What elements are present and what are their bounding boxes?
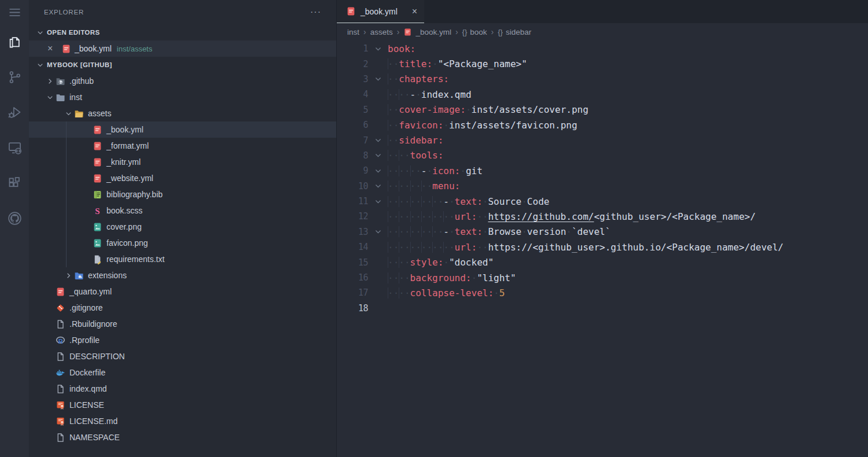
fold-chevron-icon[interactable] xyxy=(368,45,388,53)
breadcrumb-item[interactable]: _book.yml xyxy=(403,28,451,36)
code-line[interactable]: 17····collapse-level:·5 xyxy=(337,285,868,300)
code-line[interactable]: 4····-·index.qmd xyxy=(337,87,868,102)
extensions-icon[interactable] xyxy=(0,165,29,201)
run-debug-icon[interactable] xyxy=(0,95,29,130)
tree-item[interactable]: inst xyxy=(29,89,336,105)
explorer-sidebar: EXPLORER ··· OPEN EDITORS × _book.yml in… xyxy=(29,0,337,457)
workspace-label: MYBOOK [GITHUB] xyxy=(47,61,112,68)
code-token: icon: xyxy=(432,165,460,176)
code-line[interactable]: 7··sidebar: xyxy=(337,132,868,148)
breadcrumb-item[interactable]: {}sidebar xyxy=(498,28,531,36)
code-line[interactable]: 18 xyxy=(337,301,868,316)
explorer-icon[interactable] xyxy=(0,24,29,60)
code-token: · xyxy=(494,288,499,298)
code-token: "docked" xyxy=(449,257,494,268)
line-number: 6 xyxy=(337,120,368,130)
code-line[interactable]: 3··chapters: xyxy=(337,72,868,87)
code-line[interactable]: 12············url:··https://github.com/<… xyxy=(337,209,868,224)
code-editor[interactable]: 1book:2··title:·"<Package_name>"3··chapt… xyxy=(337,40,868,457)
code-line[interactable]: 15····style:·"docked" xyxy=(337,255,868,270)
tree-item[interactable]: index.qmd xyxy=(29,381,336,397)
code-token: collapse-level: xyxy=(410,288,494,298)
code-token: · xyxy=(566,226,572,237)
more-actions-icon[interactable]: ··· xyxy=(310,9,321,15)
breadcrumb-item[interactable]: {}book xyxy=(462,28,487,36)
tree-item[interactable]: Sbook.scss xyxy=(29,202,336,219)
code-token: Source xyxy=(488,196,521,207)
breadcrumb-item[interactable]: inst xyxy=(347,28,359,36)
menu-icon[interactable] xyxy=(0,0,29,24)
code-text: book: xyxy=(388,43,415,54)
tab-label: _book.yml xyxy=(361,7,398,16)
fold-chevron-icon[interactable] xyxy=(368,182,388,190)
tree-item-label: favicon.png xyxy=(106,238,148,248)
code-line[interactable]: 10········menu: xyxy=(337,179,868,194)
line-number: 17 xyxy=(337,288,368,298)
tree-item[interactable]: _format.yml xyxy=(29,138,336,154)
code-line[interactable]: 8····tools: xyxy=(337,148,868,163)
open-editors-section[interactable]: OPEN EDITORS xyxy=(29,24,336,40)
yaml-icon xyxy=(93,157,102,167)
tree-item[interactable]: _website.yml xyxy=(29,170,336,186)
code-text: ··title:·"<Package_name>" xyxy=(388,58,527,69)
code-link[interactable]: https://github.com/ xyxy=(488,211,594,222)
tree-item[interactable]: .Rbuildignore xyxy=(29,316,336,332)
tree-item[interactable]: .github xyxy=(29,73,336,89)
source-control-icon[interactable] xyxy=(0,60,29,95)
tree-item[interactable]: LICENSE xyxy=(29,397,336,413)
tree-item[interactable]: requirements.txt xyxy=(29,251,336,267)
tree-item[interactable]: extensions xyxy=(29,267,336,283)
fold-chevron-icon[interactable] xyxy=(368,152,388,159)
chevron-down-icon[interactable] xyxy=(62,109,74,118)
close-icon[interactable]: × xyxy=(411,6,418,17)
code-line[interactable]: 14············url:··https://<github_user… xyxy=(337,239,868,255)
remote-explorer-icon[interactable] xyxy=(0,130,29,165)
tree-item[interactable]: .gitignore xyxy=(29,300,336,316)
code-text: ····tools: xyxy=(388,150,443,161)
tab-book-yml[interactable]: _book.yml × xyxy=(337,0,424,23)
tree-item[interactable]: DESCRIPTION xyxy=(29,348,336,364)
tree-item[interactable]: LICENSE.md xyxy=(29,413,336,429)
code-text: ··········-·text:·Source·Code xyxy=(388,196,549,207)
fold-chevron-icon[interactable] xyxy=(368,167,388,175)
code-line[interactable]: 1book: xyxy=(337,41,868,56)
fold-chevron-icon[interactable] xyxy=(368,137,388,144)
tree-item[interactable]: assets xyxy=(29,105,336,121)
chevron-right-icon[interactable] xyxy=(44,77,56,86)
code-token: menu: xyxy=(432,180,460,191)
code-text: ····style:·"docked" xyxy=(388,257,494,268)
code-token: title: xyxy=(399,58,432,69)
tree-item[interactable]: bibliography.bib xyxy=(29,186,336,202)
code-line[interactable]: 11··········-·text:·Source·Code xyxy=(337,194,868,209)
line-number: 13 xyxy=(337,227,368,237)
tree-item[interactable]: R.Rprofile xyxy=(29,332,336,348)
tree-item[interactable]: favicon.png xyxy=(29,235,336,251)
code-line[interactable]: 13··········-·text:·Browse·version·`deve… xyxy=(337,224,868,239)
code-token: sidebar: xyxy=(399,135,443,146)
tree-item[interactable]: Dockerfile xyxy=(29,364,336,381)
tree-item[interactable]: cover.png xyxy=(29,219,336,235)
fold-chevron-icon[interactable] xyxy=(368,228,388,235)
code-text: ····-·index.qmd xyxy=(388,89,472,100)
tree-item[interactable]: NAMESPACE xyxy=(29,429,336,445)
chevron-down-icon[interactable] xyxy=(44,93,56,102)
code-line[interactable]: 5··cover-image:·inst/assets/cover.png xyxy=(337,102,868,117)
code-text: ········menu: xyxy=(388,180,460,191)
code-line[interactable]: 6··favicon:·inst/assets/favicon.png xyxy=(337,117,868,132)
close-icon[interactable]: × xyxy=(47,43,58,54)
code-line[interactable]: 16····background:·"light" xyxy=(337,270,868,285)
code-line[interactable]: 9······-·icon:·git xyxy=(337,163,868,178)
github-icon[interactable] xyxy=(0,201,29,236)
fold-chevron-icon[interactable] xyxy=(368,75,388,83)
fold-chevron-icon[interactable] xyxy=(368,198,388,205)
open-editor-item[interactable]: × _book.yml inst/assets xyxy=(29,40,336,57)
indent-whitespace: ···· xyxy=(388,288,410,298)
tree-item[interactable]: _knitr.yml xyxy=(29,154,336,170)
chevron-right-icon[interactable] xyxy=(62,271,74,280)
tree-item[interactable]: _book.yml xyxy=(29,121,336,138)
breadcrumb-item[interactable]: assets xyxy=(370,28,393,36)
tree-item[interactable]: _quarto.yml xyxy=(29,283,336,300)
scss-icon: S xyxy=(93,206,102,216)
workspace-section[interactable]: MYBOOK [GITHUB] xyxy=(29,57,336,73)
code-line[interactable]: 2··title:·"<Package_name>" xyxy=(337,56,868,71)
